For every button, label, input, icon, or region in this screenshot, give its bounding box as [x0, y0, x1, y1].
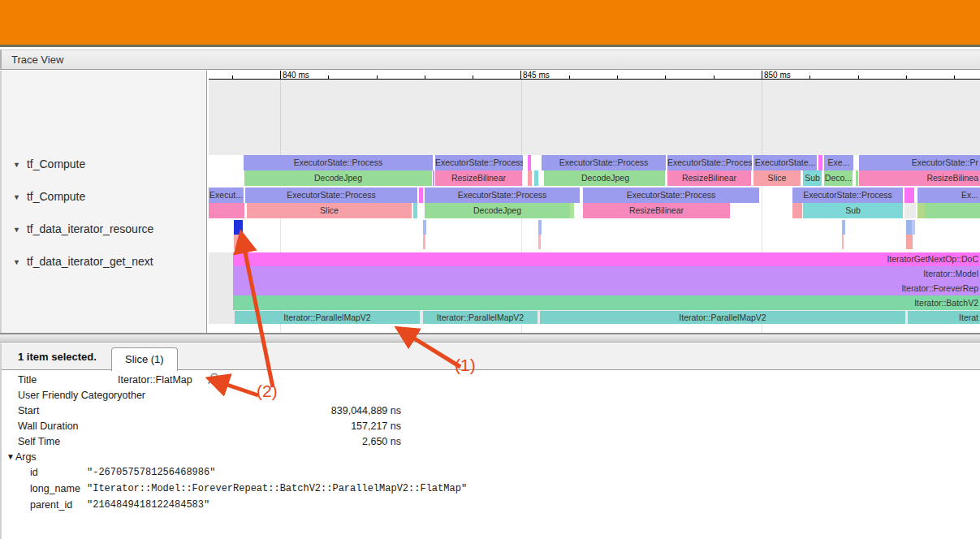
trace-slice-execut-[interactable]: Execut... [209, 188, 244, 203]
detail-label: Wall Duration [2, 420, 118, 432]
trace-slice-executorstate-process[interactable]: ExecutorState::Process [667, 155, 752, 170]
trace-slice-iterator-parallelmapv2[interactable]: Iterator::ParallelMapV2 [235, 311, 420, 324]
trace-slice-iteratorgetnextop-doc[interactable]: IteratorGetNextOp::DoC [233, 252, 980, 266]
arg-row-parent-id: parent_id "2164849418122484583" [2, 497, 570, 513]
trace-slice-iterator-model[interactable]: Iterator::Model [233, 266, 980, 281]
ruler-minor-tick [617, 75, 618, 79]
collapse-triangle-icon: ▼ [13, 226, 20, 234]
trace-slice-iterator-foreverrep[interactable]: Iterator::ForeverRep [233, 281, 980, 295]
ruler-major-tick [520, 71, 521, 80]
trace-view-header: Trace View [0, 50, 980, 70]
ruler-minor-tick [569, 75, 570, 79]
ruler-minor-tick [954, 75, 955, 79]
trace-canvas[interactable]: 840 ms845 ms850 ms ExecutorState::Proces… [209, 71, 980, 333]
trace-slice[interactable] [904, 188, 914, 203]
trace-slice[interactable] [818, 155, 822, 170]
trace-slice[interactable] [534, 170, 538, 186]
trace-slice-resizebilinear[interactable]: ResizeBilinear [583, 203, 730, 218]
trace-slice[interactable] [842, 220, 845, 235]
trace-slice-iterator-parallelmapv2[interactable]: Iterator::ParallelMapV2 [423, 311, 537, 324]
ruler-minor-tick [665, 75, 666, 79]
trace-slice[interactable] [423, 235, 425, 249]
ruler-tick-label: 840 ms [283, 71, 309, 80]
trace-slice-slice[interactable]: Slice [247, 203, 412, 218]
trace-slice[interactable] [904, 203, 916, 218]
detail-row-category: User Friendly Category other [2, 387, 570, 403]
trace-slice[interactable] [419, 188, 423, 203]
ruler-tick-label: 850 ms [764, 71, 791, 80]
trace-slice-iterator-parallelmapv2[interactable]: Iterator::ParallelMapV2 [540, 311, 905, 324]
arg-row-long-name: long_name "Iterator::Model::ForeverRepea… [2, 481, 570, 497]
trace-slice[interactable] [209, 203, 244, 218]
trace-slice[interactable] [906, 220, 912, 235]
trace-slice-executorstate-process[interactable]: ExecutorState::Process [425, 188, 580, 203]
trace-slice[interactable] [856, 170, 858, 186]
detail-value-wall-duration: 157,217 ns [118, 420, 401, 432]
trace-slice[interactable] [792, 203, 802, 218]
selection-count-label: 1 item selected. [18, 351, 97, 363]
trace-slice-iterat[interactable]: Iterat [908, 311, 980, 324]
trace-slice-resizebilinea[interactable]: ResizeBilinea [859, 170, 980, 186]
trace-slice-sub[interactable]: Sub [803, 203, 903, 218]
ruler-minor-tick [377, 75, 378, 79]
detail-label: Self Time [2, 436, 118, 447]
trace-slice[interactable] [912, 220, 915, 235]
trace-slice[interactable] [925, 203, 980, 218]
trace-slice[interactable] [538, 235, 541, 249]
ruler-tick-label: 845 ms [523, 71, 550, 80]
trace-slice-executorstate-process[interactable]: ExecutorState::Process [435, 155, 523, 170]
ruler-minor-tick [232, 75, 233, 79]
trace-slice-deco-[interactable]: Deco... [824, 170, 853, 186]
trace-slice-exe-[interactable]: Exe... [824, 155, 853, 170]
trace-slice[interactable] [917, 203, 925, 218]
track-row-tf_data_iterator_resource[interactable]: ▼tf_data_iterator_resource [13, 222, 153, 235]
trace-slice[interactable] [570, 203, 574, 218]
ruler-minor-tick [425, 75, 425, 79]
canvas-background [209, 80, 980, 155]
trace-slice[interactable] [234, 220, 243, 235]
arg-key: id [2, 467, 87, 478]
track-row-tf_Compute[interactable]: ▼tf_Compute [13, 190, 85, 203]
args-expander[interactable]: ▼Args [2, 449, 570, 464]
trace-slice-executorstate-process[interactable]: ExecutorState::Process [244, 155, 433, 170]
panel-splitter[interactable] [0, 333, 980, 343]
track-row-tf_data_iterator_get_next[interactable]: ▼tf_data_iterator_get_next [13, 255, 153, 268]
trace-slice-decodejpeg[interactable]: DecodeJpeg [244, 170, 432, 186]
trace-slice-iterator-batchv2[interactable]: Iterator::BatchV2 [233, 295, 980, 310]
trace-slice[interactable] [842, 235, 844, 249]
trace-slice-slice[interactable]: Slice [753, 170, 801, 186]
trace-slice[interactable] [528, 155, 531, 170]
ruler-minor-tick [906, 75, 907, 79]
trace-slice-executorstate-process[interactable]: ExecutorState::Process [792, 188, 903, 203]
slice-details: Title Iterator::FlatMap User Friendly Ca… [2, 372, 570, 513]
trace-slice-resizebilinear[interactable]: ResizeBilinear [667, 170, 751, 186]
trace-slice-decodejpeg[interactable]: DecodeJpeg [546, 170, 665, 186]
track-row-tf_Compute[interactable]: ▼tf_Compute [13, 157, 85, 170]
trace-slice[interactable] [413, 203, 417, 218]
analysis-panel: 1 item selected. Slice (1) Title Iterato… [0, 343, 980, 539]
trace-slice-decodejpeg[interactable]: DecodeJpeg [425, 203, 570, 218]
trace-slice[interactable] [423, 220, 426, 235]
ruler-minor-tick [473, 75, 473, 79]
trace-slice-ex-[interactable]: Ex... [917, 188, 980, 203]
trace-slice-executorstate-process[interactable]: ExecutorState::Process [245, 188, 417, 203]
tab-slice[interactable]: Slice (1) [111, 347, 178, 371]
trace-slice-executorstate-[interactable]: ExecutorState... [753, 155, 817, 170]
arg-key: long_name [2, 483, 87, 494]
ruler-minor-tick [858, 75, 859, 79]
trace-slice-executorstate-process[interactable]: ExecutorState::Process [542, 155, 666, 170]
collapse-triangle-icon: ▼ [13, 161, 20, 169]
trace-slice-executorstate-process[interactable]: ExecutorState::Process [583, 188, 759, 203]
trace-slice-sub[interactable]: Sub [803, 170, 822, 186]
trace-slice-executorstate-pr[interactable]: ExecutorState::Pr [859, 155, 980, 170]
magnifier-icon[interactable] [207, 373, 219, 387]
trace-slice[interactable] [234, 235, 242, 249]
arg-value-parent-id: "2164849418122484583" [87, 499, 209, 511]
trace-slice[interactable] [433, 170, 434, 186]
trace-slice-resizebilinear[interactable]: ResizeBilinear [435, 170, 522, 186]
trace-slice[interactable] [538, 220, 542, 235]
trace-slice[interactable] [528, 170, 532, 186]
trace-slice[interactable] [906, 235, 913, 249]
track-name-panel: ▼tf_Compute▼tf_Compute▼tf_data_iterator_… [2, 71, 207, 333]
detail-label: Start [2, 405, 118, 416]
